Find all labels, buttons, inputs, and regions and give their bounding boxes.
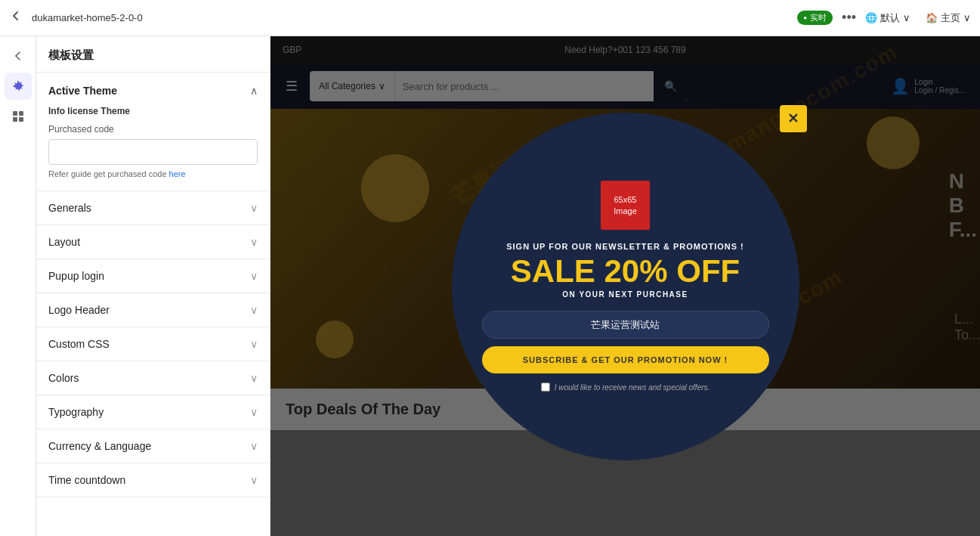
hint-link[interactable]: here <box>169 169 186 178</box>
popup-signup-text: SIGN UP FOR OUR NEWSLETTER & PROMOTIONS … <box>506 242 744 251</box>
menu-item-colors[interactable]: Colors ∨ <box>36 361 270 395</box>
settings-panel: 模板设置 Active Theme ∧ Info license Theme P… <box>36 36 271 536</box>
menu-item-label: Currency & Language <box>48 440 151 452</box>
preview-area: GBP Need Help?+001 123 456 789 ☰ All Cat… <box>271 36 980 536</box>
menu-item-currency-&-language[interactable]: Currency & Language ∨ <box>36 429 270 463</box>
menu-item-logo-header[interactable]: Logo Header ∨ <box>36 293 270 327</box>
active-theme-section: Active Theme ∧ Info license Theme Purcha… <box>36 73 270 191</box>
popup-sale-text: SALE 20% OFF <box>511 256 740 287</box>
svg-rect-1 <box>19 111 23 116</box>
active-theme-chevron-up-icon: ∧ <box>250 85 258 97</box>
top-bar: dukamarket-home5-2-0-0 实时 ••• 🌐 默认 ∨ 🏠 主… <box>0 0 980 36</box>
sidebar-icon-settings[interactable] <box>5 73 32 100</box>
menu-chevron-down-icon: ∨ <box>250 440 258 452</box>
menu-item-label: Logo Header <box>48 304 110 316</box>
sidebar-icon-back[interactable] <box>5 42 32 70</box>
popup-checkbox-label: I would like to receive news and special… <box>555 383 710 392</box>
svg-rect-2 <box>13 117 17 122</box>
popup-newsletter-checkbox[interactable] <box>541 383 550 392</box>
menu-items-container: Generals ∨ Layout ∨ Pupup login ∨ Logo H… <box>36 191 270 497</box>
menu-item-typography[interactable]: Typography ∨ <box>36 395 270 429</box>
purchased-code-label: Purchased code <box>48 124 258 135</box>
menu-item-label: Pupup login <box>48 270 104 282</box>
back-button[interactable] <box>9 9 23 26</box>
menu-item-pupup-login[interactable]: Pupup login ∨ <box>36 259 270 293</box>
settings-header: 模板设置 <box>36 36 270 73</box>
menu-item-time-countdown[interactable]: Time countdown ∨ <box>36 463 270 497</box>
icon-sidebar <box>0 36 36 536</box>
popup-overlay[interactable]: ✕ 65x65 Image SIGN UP FOR OUR NEWSLETTER… <box>271 36 980 536</box>
popup-checkbox-row: I would like to receive news and special… <box>541 383 710 392</box>
popup-email-input[interactable] <box>482 311 769 339</box>
field-hint: Refer guide get purchased code here <box>48 169 258 178</box>
globe-icon: 🌐 <box>865 12 877 23</box>
menu-item-label: Layout <box>48 236 80 248</box>
menu-chevron-down-icon: ∨ <box>250 202 258 214</box>
top-bar-right: 🌐 默认 ∨ 🏠 主页 ∨ <box>865 11 971 25</box>
menu-chevron-down-icon: ∨ <box>250 236 258 248</box>
sidebar-icon-blocks[interactable] <box>5 103 32 130</box>
more-options-button[interactable]: ••• <box>842 10 856 26</box>
home-icon: 🏠 <box>926 12 938 23</box>
live-badge: 实时 <box>797 11 833 25</box>
menu-item-label: Colors <box>48 372 79 384</box>
home-selector[interactable]: 🏠 主页 ∨ <box>926 11 971 25</box>
popup-subtitle: ON YOUR NEXT PURCHASE <box>562 290 688 299</box>
home-chevron-down-icon: ∨ <box>963 12 971 23</box>
menu-item-label: Typography <box>48 406 104 418</box>
menu-chevron-down-icon: ∨ <box>250 270 258 282</box>
active-theme-content: Info license Theme Purchased code Refer … <box>48 106 258 178</box>
menu-chevron-down-icon: ∨ <box>250 372 258 384</box>
purchased-code-input[interactable] <box>48 139 258 165</box>
lang-chevron-down-icon: ∨ <box>903 12 910 23</box>
menu-item-label: Time countdown <box>48 474 125 486</box>
page-title: dukamarket-home5-2-0-0 <box>32 12 788 23</box>
active-theme-header[interactable]: Active Theme ∧ <box>48 85 258 97</box>
subsection-title: Info license Theme <box>48 106 258 116</box>
main-layout: 模板设置 Active Theme ∧ Info license Theme P… <box>0 36 980 536</box>
menu-item-label: Custom CSS <box>48 338 110 350</box>
menu-item-custom-css[interactable]: Custom CSS ∨ <box>36 327 270 361</box>
menu-item-label: Generals <box>48 202 91 214</box>
active-theme-title: Active Theme <box>48 85 117 97</box>
menu-chevron-down-icon: ∨ <box>250 304 258 316</box>
popup-image: 65x65 Image <box>601 181 650 230</box>
menu-chevron-down-icon: ∨ <box>250 406 258 418</box>
settings-scroll[interactable]: Active Theme ∧ Info license Theme Purcha… <box>36 73 270 536</box>
svg-rect-3 <box>19 117 23 122</box>
language-selector[interactable]: 🌐 默认 ∨ <box>865 11 910 25</box>
menu-item-layout[interactable]: Layout ∨ <box>36 225 270 259</box>
menu-chevron-down-icon: ∨ <box>250 338 258 350</box>
menu-chevron-down-icon: ∨ <box>250 474 258 486</box>
popup-modal: ✕ 65x65 Image SIGN UP FOR OUR NEWSLETTER… <box>452 113 799 460</box>
popup-subscribe-button[interactable]: SUBSCRIBE & GET OUR PROMOTION NOW ! <box>482 346 769 373</box>
menu-item-generals[interactable]: Generals ∨ <box>36 191 270 225</box>
svg-rect-0 <box>13 111 17 116</box>
popup-close-button[interactable]: ✕ <box>780 105 807 132</box>
website-preview: GBP Need Help?+001 123 456 789 ☰ All Cat… <box>271 36 980 536</box>
